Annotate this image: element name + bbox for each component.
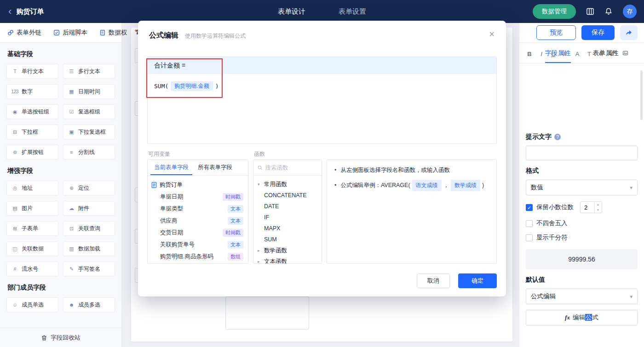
richtext-toolbar: B I U ≡ A T [526,48,638,59]
confirm-button[interactable]: 确定 [458,273,497,288]
link-icon[interactable] [598,50,605,57]
format-select[interactable]: 数值 ▾ [526,180,638,195]
preview-button[interactable]: 预览 [536,25,576,40]
stepper-down-icon[interactable]: ▼ [595,207,601,213]
field-description-editor[interactable] [526,59,638,126]
section-basic-fields: 基础字段 [7,50,114,58]
field-item-label: 扩展按钮 [22,148,44,156]
italic-icon[interactable]: I [538,51,545,57]
variable-row[interactable]: 交货日期 时间戳 [151,227,244,239]
variable-name: 单据日期 [160,193,183,201]
variable-row[interactable]: 购货明细.商品条形码 数组 [151,250,244,262]
sidebar-field-item[interactable]: ▦ 日期时间 [63,84,115,99]
sidebar-field-item[interactable]: ☁ 附件 [63,201,115,216]
decimal-places-input[interactable] [581,202,594,213]
decimal-places-checkbox[interactable]: ✓ [526,204,533,211]
hint-text-label: 提示文字 ? [526,133,638,141]
form-field-input[interactable] [225,296,309,330]
sidebar-field-item[interactable]: ☰ 多行文本 [63,64,115,79]
cancel-button[interactable]: 取消 [417,273,450,288]
no-rounding-checkbox[interactable] [526,220,533,227]
app-switch-icon[interactable] [586,7,594,16]
variables-tree-root[interactable]: 购货订单 [151,179,244,191]
function-item[interactable]: CONCATENATE [258,190,317,201]
edit-formula-button[interactable]: fx 编辑公式 [526,310,638,325]
thousands-separator-checkbox[interactable] [526,234,533,241]
decimal-places-row: ✓ 保留小数位数 ▲ ▼ [526,201,638,213]
sidebar-field-item[interactable]: 123 数字 [6,84,58,99]
sidebar-field-item[interactable]: ▤ 图片 [6,201,58,216]
align-icon[interactable]: ≡ [562,51,569,57]
font-color-icon[interactable]: A [574,51,581,57]
modal-subtitle: 使用数学运算符编辑公式 [185,32,246,40]
font-size-icon[interactable]: T [586,51,593,57]
function-item[interactable]: SUM [258,234,317,245]
formula-target-line: 合计金额 = [148,57,496,74]
sidebar-field-item[interactable]: ◉ 单选按钮组 [6,104,58,119]
hint-text-input[interactable] [526,146,638,160]
close-icon[interactable]: ✕ [489,30,495,39]
sidebar-field-item[interactable]: # 流水号 [6,262,58,276]
sidebar-field-item[interactable]: ⊕ 定位 [63,181,115,195]
function-item[interactable]: IF [258,212,317,223]
field-type-icon: ≡ [67,149,75,155]
sidebar-field-item[interactable]: ✎ 手写签名 [63,262,115,276]
functions-tree: ▾ 常用函数 CONCATENATE DATE IF MAPX SUM ▸ 数学… [253,176,322,264]
panel-scrollbar[interactable] [640,70,643,120]
sidebar-field-item[interactable]: ⊞ 子表单 [6,221,58,236]
sidebar-field-item[interactable]: ≡ 分割线 [63,145,115,159]
tab-current-form-fields[interactable]: 当前表单字段 [150,160,192,175]
data-permission-item[interactable]: 数据权 [99,28,127,37]
stepper-up-icon[interactable]: ▲ [595,202,601,207]
underline-icon[interactable]: U [550,51,557,57]
sidebar-field-item[interactable]: ◫ 关联数据 [6,241,58,256]
sidebar-field-item[interactable]: ☻ 成员多选 [63,297,115,312]
sidebar-field-item[interactable]: ☺ 成员单选 [6,297,58,312]
function-item[interactable]: MAPX [258,223,317,234]
tab-form-settings[interactable]: 表单设置 [339,7,366,16]
sidebar-field-item[interactable]: ◎ 地址 [6,181,58,195]
back-icon[interactable]: ‹ [8,6,12,17]
formula-field-tag[interactable]: 购货明细.金额 [171,81,213,91]
variable-row[interactable]: 单据日期 时间戳 [151,191,244,203]
formula-editor[interactable]: 合计金额 = SUM( 购货明细.金额 ) [147,57,497,144]
sidebar-field-item[interactable]: ▣ 下拉复选框 [63,125,115,139]
image-icon[interactable] [621,50,629,57]
function-item[interactable]: DATE [258,201,317,212]
chevron-down-icon: ▾ [258,182,262,187]
field-type-icon: ▤ [11,205,19,211]
field-recycle-bin[interactable]: 字段回收站 [0,328,121,347]
group-text-functions[interactable]: ▸ 文本函数 [258,256,317,264]
data-manage-button[interactable]: 数据管理 [533,4,576,19]
tab-all-form-fields[interactable]: 所有表单字段 [194,160,236,175]
notification-bell-icon[interactable] [604,7,613,16]
sidebar-field-item[interactable]: ⊡ 关联查询 [63,221,115,236]
tab-form-design[interactable]: 表单设计 [278,7,305,16]
variable-row[interactable]: 供应商 文本 [151,215,244,227]
sidebar-field-item[interactable]: ⊜ 扩展按钮 [6,145,58,159]
form-external-link-item[interactable]: 表单外链 [7,28,41,37]
group-common-functions[interactable]: ▾ 常用函数 [258,179,317,190]
field-type-icon: ⊟ [11,129,19,135]
share-button[interactable] [620,25,638,40]
field-item-label: 图片 [22,205,33,212]
user-avatar[interactable]: 存 [623,5,637,18]
sidebar-field-item[interactable]: ☑ 复选框组 [63,104,115,119]
bold-icon[interactable]: B [526,51,533,57]
group-math-functions[interactable]: ▸ 数学函数 [258,245,317,256]
function-search-input[interactable] [265,165,317,171]
sidebar-field-item[interactable]: T 单行文本 [6,64,58,79]
fx-icon: fx [565,314,570,321]
header-right: 数据管理 存 [533,4,637,19]
sidebar-field-item[interactable]: ⊟ 下拉框 [6,125,58,139]
help-question-icon[interactable]: ? [554,134,561,140]
variable-row[interactable]: 关联购货单号 文本 [151,239,244,250]
default-value-select[interactable]: 公式编辑 ▾ [526,289,638,304]
save-button[interactable]: 保存 [581,25,615,40]
sidebar-field-item[interactable]: ▥ 数据加载 [63,241,115,256]
unlink-icon[interactable] [610,50,617,57]
variable-type-badge: 文本 [228,241,243,249]
backend-script-item[interactable]: 后端脚本 [53,28,87,37]
field-type-icon: ⊕ [67,185,75,191]
variable-row[interactable]: 单据类型 文本 [151,203,244,215]
